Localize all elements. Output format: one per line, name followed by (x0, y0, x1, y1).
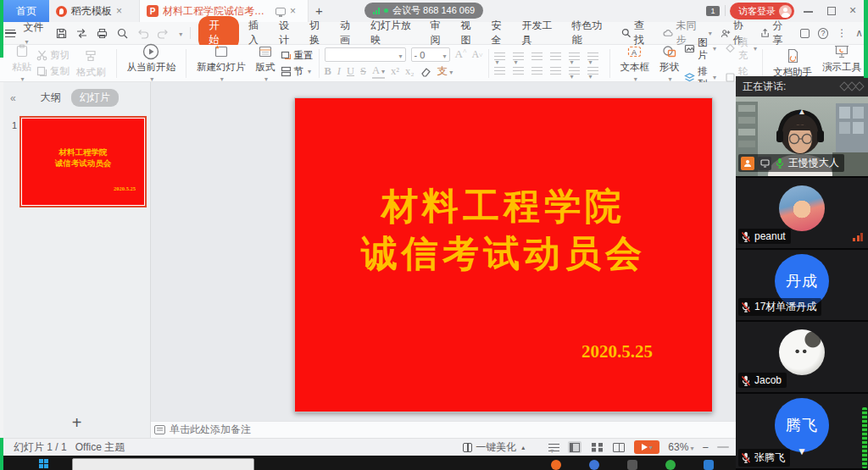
output-icon[interactable] (75, 27, 88, 40)
minimize-button[interactable] (804, 11, 813, 13)
decrease-font-icon[interactable]: A˅ (471, 48, 482, 61)
participant-tile[interactable]: peanut (736, 178, 868, 250)
justify-icon[interactable] (550, 67, 561, 75)
windows-start-icon[interactable] (39, 459, 48, 468)
slideshow-play-button[interactable] (634, 440, 659, 454)
picture-button[interactable]: 图片 (684, 36, 716, 62)
tab-slides[interactable]: 幻灯片 (71, 89, 119, 107)
reset-button[interactable]: 重置 (281, 49, 314, 62)
distribute-icon[interactable] (587, 67, 598, 75)
file-menu[interactable]: 文件 (23, 20, 47, 47)
notification-badge[interactable]: 1 (706, 6, 720, 16)
section-button[interactable]: 节 (281, 65, 314, 78)
font-color-button[interactable]: A (372, 64, 385, 79)
mic-muted-icon (741, 375, 751, 386)
cut-button[interactable]: 剪切 (36, 49, 70, 62)
copy-button[interactable]: 复制 (36, 65, 70, 78)
underline-button[interactable]: U (347, 65, 354, 78)
strikethrough-button[interactable]: S (360, 65, 366, 78)
normal-view-button[interactable] (568, 441, 581, 453)
taskbar-search-input[interactable] (72, 458, 254, 470)
subscript-button[interactable]: x₂ (405, 65, 415, 78)
text-direction-icon[interactable] (569, 53, 580, 60)
phonetic-guide-button[interactable]: 支 (437, 64, 453, 79)
save-icon[interactable] (55, 27, 68, 40)
collapse-ribbon-icon[interactable]: ∧ (855, 27, 863, 39)
participant-tile[interactable]: 腾飞 ▼ 张腾飞 (736, 394, 868, 470)
help-icon[interactable]: ? (818, 28, 828, 39)
bullet-list-icon[interactable] (494, 53, 505, 60)
notes-bar[interactable]: 单击此处添加备注 (151, 421, 736, 438)
play-from-current-button[interactable]: 从当前开始 (122, 43, 181, 83)
superscript-button[interactable]: x² (391, 65, 399, 78)
slide-sorter-view-button[interactable] (590, 441, 604, 453)
add-slide-button[interactable]: + (3, 413, 150, 433)
share-doc-icon[interactable] (275, 8, 286, 15)
guest-login-button[interactable]: 访客登录 (730, 3, 794, 19)
zoom-slider[interactable] (717, 446, 729, 448)
numbered-list-icon[interactable] (513, 53, 524, 60)
undo-icon[interactable] (136, 27, 149, 40)
scroll-up-icon[interactable]: ▲ (736, 107, 868, 116)
decrease-indent-icon[interactable] (531, 53, 542, 60)
increase-indent-icon[interactable] (550, 53, 561, 60)
shapes-button[interactable]: 形状 (654, 43, 684, 83)
participant-tile[interactable]: 丹成 17材单潘丹成 (736, 250, 868, 322)
participant-tile[interactable]: ▲ 王慢慢大人 (736, 97, 868, 178)
doc-assistant-button[interactable]: 文档助手 (768, 48, 817, 79)
tab-outline[interactable]: 大纲 (41, 91, 61, 105)
print-icon[interactable] (96, 27, 108, 40)
font-name-combo[interactable] (325, 47, 406, 62)
slide-canvas[interactable]: 材料工程学院 诚信考试动员会 2020.5.25 (151, 82, 736, 421)
align-right-icon[interactable] (531, 67, 542, 75)
slide[interactable]: 材料工程学院 诚信考试动员会 2020.5.25 (294, 97, 713, 412)
italic-button[interactable]: I (337, 65, 341, 78)
taskbar-app-icon[interactable] (551, 460, 561, 470)
quick-access-dropdown-icon[interactable] (177, 27, 182, 39)
layout-button[interactable]: 版式 (251, 43, 281, 83)
increase-font-icon[interactable]: A˄ (455, 47, 467, 61)
maximize-button[interactable] (827, 7, 836, 15)
mic-muted-icon (741, 301, 751, 312)
participant-tile[interactable]: Jacob (736, 322, 868, 394)
taskbar-app-icon[interactable] (589, 460, 599, 470)
redo-icon[interactable] (157, 27, 170, 40)
menu-icon[interactable] (5, 30, 15, 37)
align-left-icon[interactable] (494, 67, 505, 75)
textbox-button[interactable]: A 文本框 (615, 43, 655, 83)
taskbar-app-icon[interactable] (665, 460, 676, 470)
beautify-button[interactable]: 一键美化 (463, 440, 525, 455)
tab-home[interactable]: 首页 (3, 0, 49, 22)
taskbar-app-icon[interactable] (627, 460, 637, 470)
tab-template[interactable]: 稻壳模板 × (49, 0, 139, 22)
align-center-icon[interactable] (513, 67, 524, 75)
close-tab-icon[interactable]: × (116, 6, 122, 16)
slide-date[interactable]: 2020.5.25 (581, 341, 653, 362)
collapse-sidebar-button[interactable]: « (10, 92, 16, 104)
columns-icon[interactable] (587, 53, 598, 60)
font-size-combo[interactable]: - 0 (411, 47, 450, 62)
slide-title[interactable]: 材料工程学院 诚信考试动员会 (295, 183, 712, 278)
taskbar-app-icon[interactable] (704, 460, 714, 470)
task-pane-icon[interactable] (800, 29, 810, 38)
clear-format-icon[interactable] (420, 66, 431, 77)
slide-thumbnail[interactable]: 材料工程学院 诚信考试动员会 2020.5.25 (22, 119, 144, 205)
zoom-out-button[interactable]: − (702, 441, 709, 454)
live-dot-icon (384, 8, 388, 13)
fill-button[interactable]: 填充 (725, 36, 757, 62)
close-button[interactable]: × (849, 3, 856, 17)
more-options-icon[interactable]: ⋮ (837, 27, 847, 39)
print-preview-icon[interactable] (116, 27, 129, 40)
zoom-level[interactable]: 63% (668, 441, 693, 453)
bold-button[interactable]: B (325, 65, 331, 78)
new-slide-button[interactable]: 新建幻灯片 (192, 43, 251, 83)
theme-name[interactable]: Office 主题 (75, 440, 125, 455)
close-tab-icon[interactable]: × (290, 6, 296, 16)
line-spacing-icon[interactable] (569, 67, 580, 75)
host-badge-icon (741, 157, 754, 170)
share-button[interactable]: 分享 (760, 19, 791, 47)
paste-button[interactable]: 粘贴 (7, 43, 36, 83)
reading-view-button[interactable] (612, 441, 626, 453)
display-options-icon[interactable] (548, 444, 559, 451)
format-painter-button[interactable]: 格式刷 (70, 48, 111, 79)
